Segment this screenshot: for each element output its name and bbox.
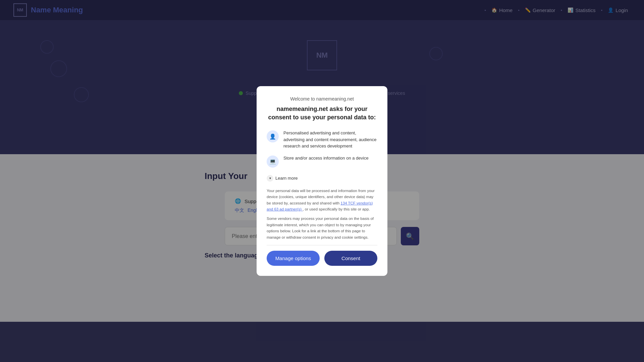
consent-button[interactable]: Consent [324,251,377,266]
consent-icon-2: 💻 [267,156,279,168]
modal-overlay: Welcome to namemeaning.net namemeaning.n… [0,0,644,362]
person-icon: 👤 [269,133,276,140]
privacy-text-3: Some vendors may process your personal d… [267,217,374,239]
chevron-down-icon: ▾ [267,175,273,182]
learn-more-label: Learn more [275,176,298,181]
manage-options-button[interactable]: Manage options [267,251,320,266]
modal-welcome: Welcome to namemeaning.net [267,96,377,102]
learn-more-button[interactable]: ▾ Learn more [267,173,298,184]
modal-divider [267,245,377,245]
consent-text-2: Store and/or access information on a dev… [283,155,369,162]
consent-item-1: 👤 Personalised advertising and content, … [267,130,377,149]
modal-title: namemeaning.net asks for your consent to… [267,105,377,122]
privacy-text-2: , or used specifically by this site or a… [303,207,370,211]
consent-icon-1: 👤 [267,130,279,142]
consent-item-2: 💻 Store and/or access information on a d… [267,155,377,168]
consent-modal: Welcome to namemeaning.net namemeaning.n… [257,86,387,276]
privacy-text-block-2: Some vendors may process your personal d… [267,216,377,240]
device-icon: 💻 [269,158,276,165]
modal-buttons: Manage options Consent [267,251,377,266]
consent-text-1: Personalised advertising and content, ad… [283,130,377,149]
privacy-text-block: Your personal data will be processed and… [267,188,377,213]
